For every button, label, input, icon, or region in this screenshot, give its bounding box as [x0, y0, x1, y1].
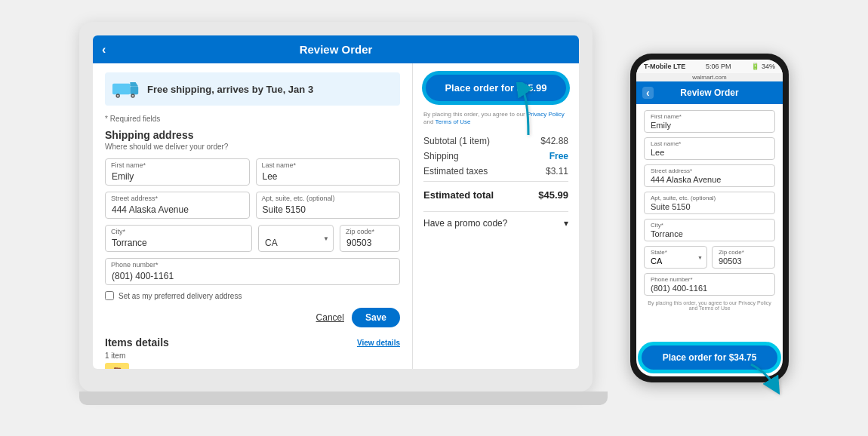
phone-last-name-label: Last name* [651, 140, 681, 147]
preferred-checkbox[interactable] [105, 291, 114, 300]
phone-legal-text: By placing this order, you agree to our … [644, 300, 775, 311]
phone-screen: T-Mobile LTE 5:06 PM 🔋 34% walmart.com ‹… [636, 60, 783, 376]
phone-body: T-Mobile LTE 5:06 PM 🔋 34% walmart.com ‹… [630, 54, 789, 382]
subtotal-value: $42.88 [540, 136, 568, 146]
phone-first-name-group: First name* [644, 110, 775, 133]
subtotal-label: Subtotal (1 item) [423, 136, 490, 146]
phone-city-group: City* [644, 219, 775, 241]
phone-state-group: State* CA [644, 246, 707, 269]
laptop-body: ‹ Review Order [79, 22, 593, 391]
taxes-row: Estimated taxes $3.11 [423, 166, 568, 177]
place-order-button[interactable]: Place order for $45.99 [423, 72, 568, 103]
first-name-group: First name* [105, 158, 250, 186]
state-group: State* CA [258, 225, 334, 252]
truck-icon [112, 78, 140, 100]
shipping-address-title: Shipping address [105, 129, 400, 141]
svg-point-4 [117, 95, 119, 97]
street-label: Street address* [111, 195, 158, 202]
left-panel: Free shipping, arrives by Tue, Jan 3 * R… [93, 63, 413, 369]
items-title: Items details [105, 336, 169, 348]
street-row: Street address* Apt, suite, etc. (option… [105, 192, 400, 219]
city-label: City* [111, 228, 125, 235]
phone-city-input[interactable] [645, 220, 774, 241]
street-group: Street address* [105, 192, 250, 219]
promo-label: Have a promo code? [423, 218, 507, 229]
phone-group: Phone number* [105, 258, 400, 285]
phone-arrow-annotation [743, 357, 781, 398]
battery-icon: 🔋 [751, 63, 759, 70]
phone-last-name-group: Last name* [644, 137, 775, 160]
phone-city-label: City* [651, 222, 663, 229]
phone-label: Phone number* [111, 261, 159, 269]
taxes-label: Estimated taxes [423, 166, 488, 177]
state-select[interactable]: CA [258, 225, 334, 252]
promo-chevron-icon: ▾ [564, 218, 568, 229]
phone-state-wrapper: CA [645, 247, 706, 268]
phone-state-zip-row: State* CA Zip code* [644, 246, 775, 269]
shipping-banner: Free shipping, arrives by Tue, Jan 3 [105, 72, 400, 106]
phone-apt-group: Apt, suite, etc. (optional) [644, 192, 775, 214]
phone-street-label: Street address* [651, 167, 692, 174]
city-state-zip-row: City* State* CA Zip cod [105, 225, 400, 252]
url-bar: walmart.com [636, 73, 783, 81]
save-button[interactable]: Save [352, 308, 400, 327]
phone-top-bar: ‹ Review Order [636, 81, 783, 104]
first-name-label: First name* [111, 161, 146, 169]
phone-street-group: Street address* [644, 164, 775, 187]
apt-label: Apt, suite, etc. (optional) [262, 195, 335, 202]
laptop-top-bar: ‹ Review Order [93, 35, 579, 63]
svg-point-6 [132, 95, 134, 97]
phone-phone-label: Phone number* [651, 276, 693, 283]
total-label: Estimated total [423, 189, 494, 201]
preferred-row: Set as my preferred delivery address [105, 291, 400, 300]
preferred-label: Set as my preferred delivery address [119, 292, 242, 300]
laptop-arrow-annotation [498, 82, 543, 146]
total-row: Estimated total $45.99 [423, 186, 568, 201]
taxes-value: $3.11 [546, 166, 568, 177]
battery-text: 🔋 34% [751, 63, 775, 70]
zip-group: Zip code* [340, 225, 400, 252]
shipping-value: Free [549, 151, 568, 161]
items-section: Items details View details [105, 336, 400, 348]
phone-zip-label: Zip code* [719, 249, 744, 256]
phone-container: T-Mobile LTE 5:06 PM 🔋 34% walmart.com ‹… [630, 54, 789, 382]
shipping-address-subtitle: Where should we deliver your order? [105, 143, 400, 151]
shipping-row: Shipping Free [423, 151, 568, 161]
total-value: $45.99 [538, 189, 568, 201]
laptop-container: ‹ Review Order [79, 22, 608, 414]
phone-content: First name* Last name* Street address* A… [636, 104, 783, 343]
city-input[interactable] [105, 225, 252, 252]
legal-text: By placing this order, you agree to our … [423, 111, 568, 127]
phone-row: Phone number* [105, 258, 400, 285]
phone-zip-group: Zip code* [712, 246, 775, 269]
zip-label: Zip code* [346, 228, 374, 235]
summary-divider [423, 181, 568, 182]
svg-marker-2 [130, 82, 138, 86]
phone-phone-group: Phone number* [644, 273, 775, 296]
city-group: City* [105, 225, 252, 252]
order-summary: Subtotal (1 item) $42.88 Shipping Free E… [423, 136, 568, 205]
view-details-link[interactable]: View details [357, 339, 400, 347]
phone-apt-label: Apt, suite, etc. (optional) [651, 195, 716, 201]
cancel-button[interactable]: Cancel [316, 312, 344, 323]
back-button[interactable]: ‹ [102, 43, 106, 57]
phone-state-select[interactable]: CA [645, 247, 706, 268]
laptop-base [79, 391, 608, 405]
phone-back-button[interactable]: ‹ [642, 87, 654, 99]
state-select-wrapper: CA [258, 225, 334, 252]
last-name-group: Last name* [256, 158, 401, 186]
required-fields-label: * Required fields [105, 115, 400, 123]
items-count: 1 item [105, 352, 400, 360]
shipping-banner-text: Free shipping, arrives by Tue, Jan 3 [147, 84, 313, 95]
item-thumbnail: 🧸 [105, 363, 129, 369]
carrier-text: T-Mobile LTE [644, 63, 685, 70]
form-actions: Cancel Save [105, 308, 400, 327]
right-panel: Place order for $45.99 By placing this o… [413, 63, 579, 369]
svg-rect-0 [112, 84, 130, 94]
promo-row[interactable]: Have a promo code? ▾ [423, 211, 568, 235]
apt-group: Apt, suite, etc. (optional) [256, 192, 401, 219]
terms-link[interactable]: Terms of Use [435, 118, 470, 125]
phone-page-title: Review Order [680, 88, 738, 98]
phone-status-bar: T-Mobile LTE 5:06 PM 🔋 34% [636, 60, 783, 73]
last-name-label: Last name* [262, 161, 297, 169]
